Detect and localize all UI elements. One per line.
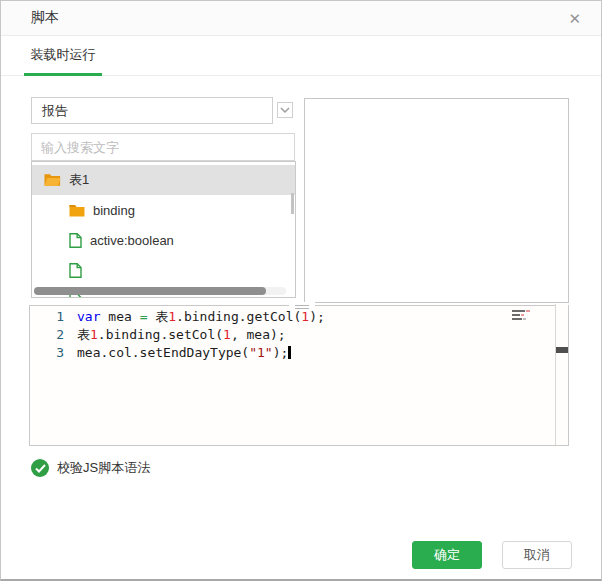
tree-horizontal-scrollbar-thumb[interactable] <box>34 287 266 295</box>
tree-item-table1[interactable]: 表1 <box>32 165 295 195</box>
code-text: mea.col.setEndDayType("1"); <box>64 344 291 362</box>
tree-vertical-scrollbar-thumb[interactable] <box>291 193 294 214</box>
field-tree: 表1 binding active:boolean <box>31 161 296 298</box>
validate-syntax-label: 校验JS脚本语法 <box>57 459 150 477</box>
scope-select-dropdown-button[interactable] <box>277 102 293 118</box>
file-icon <box>69 263 82 278</box>
close-icon[interactable]: ✕ <box>568 11 581 26</box>
line-number: 2 <box>30 326 64 344</box>
code-text: var mea = 表1.binding.getCol(1); <box>64 308 325 326</box>
folder-open-icon <box>44 173 61 187</box>
ok-button[interactable]: 确定 <box>412 541 482 569</box>
dialog-header: 脚本 ✕ <box>1 1 601 36</box>
tree-item-active-boolean[interactable]: active:boolean <box>32 225 295 255</box>
tree-item-countperpage-int[interactable] <box>32 255 295 285</box>
scope-select[interactable]: 报告 <box>31 97 273 124</box>
code-line: 2 表1.binding.setCol(1, mea); <box>30 326 568 344</box>
editor-vertical-scrollbar-thumb[interactable] <box>556 347 568 353</box>
check-circle-icon[interactable] <box>31 459 49 477</box>
dialog-title: 脚本 <box>31 9 59 27</box>
splitter-handle[interactable] <box>289 302 315 311</box>
tab-bar: 装载时运行 <box>1 36 601 76</box>
code-editor[interactable]: 1 var mea = 表1.binding.getCol(1); 2 表1.b… <box>29 305 569 446</box>
tree-item-label: active:boolean <box>90 233 174 248</box>
tree-horizontal-scrollbar[interactable] <box>34 287 286 295</box>
line-number: 1 <box>30 308 64 326</box>
tree-item-label: 表1 <box>69 171 89 189</box>
script-dialog: 脚本 ✕ 装载时运行 报告 表1 <box>0 0 602 581</box>
editor-minimap <box>512 310 544 320</box>
folder-icon <box>69 204 85 217</box>
code-line: 3 mea.col.setEndDayType("1"); <box>30 344 568 362</box>
code-text: 表1.binding.setCol(1, mea); <box>64 326 286 344</box>
editor-vertical-scrollbar[interactable] <box>555 304 568 445</box>
search-input[interactable] <box>31 133 295 161</box>
line-number: 3 <box>30 344 64 362</box>
cancel-button[interactable]: 取消 <box>502 541 572 569</box>
tree-item-label: binding <box>93 203 135 218</box>
preview-panel <box>304 98 569 303</box>
tab-run-on-load[interactable]: 装载时运行 <box>24 36 102 66</box>
text-cursor <box>288 346 291 359</box>
chevron-down-icon <box>280 107 290 114</box>
validate-syntax-row: 校验JS脚本语法 <box>31 459 150 477</box>
scope-select-value: 报告 <box>42 102 68 120</box>
tab-label: 装载时运行 <box>31 47 96 62</box>
tree-item-binding[interactable]: binding <box>32 195 295 225</box>
file-icon <box>69 233 82 248</box>
active-tab-indicator <box>24 73 102 76</box>
